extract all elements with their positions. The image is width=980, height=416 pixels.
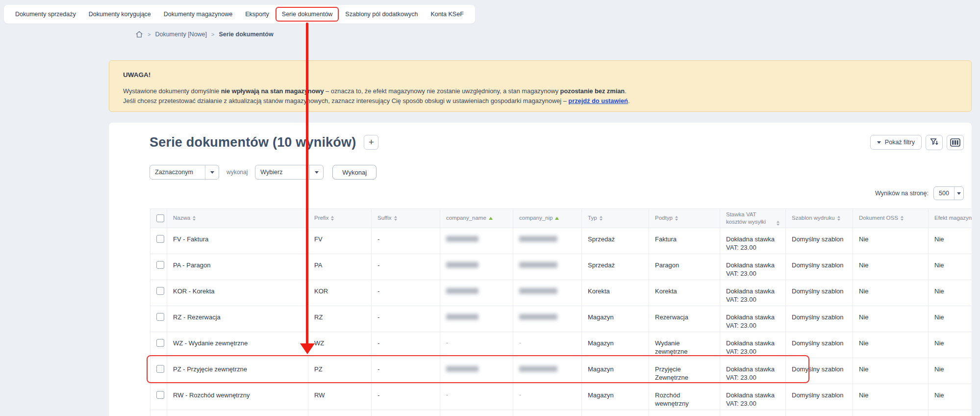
- filter-sort-button[interactable]: [926, 135, 943, 150]
- cell-prefix: RW: [308, 384, 372, 410]
- row-checkbox[interactable]: [156, 391, 164, 399]
- table-row-rw: RW - Rozchód wewnętrzny RW - - - Magazyn…: [151, 384, 972, 410]
- go-to-settings-link[interactable]: przejdź do ustawień: [568, 97, 628, 104]
- cell-efekt: Nie: [929, 280, 972, 306]
- select-all-checkbox[interactable]: [156, 214, 164, 222]
- cell-oss: Nie: [853, 228, 929, 254]
- cell-nazwa: RZ - Rezerwacja: [167, 306, 308, 332]
- cell-company-nip: -: [513, 384, 582, 410]
- cell-nazwa: WZ - Wydanie zewnętrzne: [167, 332, 308, 358]
- header-efekt-magazynowy[interactable]: Efekt magazynowy: [929, 209, 972, 228]
- cell-stawka-vat: Dokładna stawka VAT: 23.00: [720, 332, 786, 358]
- columns-settings-button[interactable]: [947, 135, 964, 150]
- series-table: Nazwa Prefix Suffix company_name company…: [150, 208, 972, 416]
- breadcrumb-separator: >: [148, 31, 151, 37]
- row-checkbox[interactable]: [156, 235, 164, 243]
- header-typ[interactable]: Typ: [582, 209, 649, 228]
- cell-podtyp: Rezerwacja: [649, 306, 720, 332]
- execute-button[interactable]: Wykonaj: [332, 165, 377, 180]
- warning-title: UWAGA!: [123, 70, 957, 80]
- cell-stawka-vat: Dokładna stawka VAT: 23.00: [720, 254, 786, 280]
- bulk-action-select[interactable]: Wybierz: [255, 165, 324, 180]
- cell-company-name: -: [440, 332, 513, 358]
- columns-icon: [950, 138, 960, 147]
- cell-suffix: -: [372, 358, 440, 384]
- header-stawka-vat[interactable]: Stawka VAT kosztów wysyłki: [720, 209, 786, 228]
- cell-podtyp: Wydanie zewnętrzne: [649, 332, 720, 358]
- add-series-button[interactable]: +: [364, 135, 378, 150]
- cell-prefix: PA: [308, 254, 372, 280]
- cell-typ: Sprzedaż: [582, 228, 649, 254]
- chevron-down-icon: [877, 141, 881, 144]
- breadcrumb-item-serie-dokumentow: Serie dokumentów: [219, 31, 273, 38]
- cell-company-name-redacted: [440, 280, 513, 306]
- tab-szablony-pol-dodatkowych[interactable]: Szablony pól dodatkowych: [339, 7, 424, 22]
- cell-efekt: Nie: [929, 358, 972, 384]
- cell-prefix: WZ: [308, 332, 372, 358]
- table-row-kor: KOR - Korekta KOR - Korekta Korekta Dokł…: [151, 280, 972, 306]
- cell-szablon: Domyślny szablon: [786, 228, 853, 254]
- cell-podtyp: Przyjęcie Zewnętrzne: [649, 358, 720, 384]
- row-checkbox[interactable]: [156, 287, 164, 295]
- cell-company-name: -: [440, 384, 513, 410]
- tab-dokumenty-sprzedazy[interactable]: Dokumenty sprzedaży: [9, 7, 82, 22]
- header-szablon-wydruku[interactable]: Szablon wydruku: [786, 209, 853, 228]
- cell-oss: Nie: [853, 332, 929, 358]
- cell-szablon: Domyślny szablon: [786, 280, 853, 306]
- cell-oss: Nie: [853, 254, 929, 280]
- cell-oss: Nie: [853, 280, 929, 306]
- header-company-nip[interactable]: company_nip: [513, 209, 582, 228]
- cell-typ: Magazyn: [582, 332, 649, 358]
- header-company-name[interactable]: company_name: [440, 209, 513, 228]
- header-dokument-oss[interactable]: Dokument OSS: [853, 209, 929, 228]
- cell-nazwa: FV - Faktura: [167, 228, 308, 254]
- tab-dokumenty-magazynowe[interactable]: Dokumenty magazynowe: [157, 7, 239, 22]
- filter-sort-icon: [930, 137, 939, 147]
- cell-efekt: Nie: [929, 384, 972, 410]
- cell-typ: [582, 410, 649, 416]
- cell-typ: Magazyn: [582, 358, 649, 384]
- chevron-down-icon: [210, 171, 214, 174]
- cell-company-nip: [513, 410, 582, 416]
- cell-company-name-redacted: [440, 306, 513, 332]
- cell-suffix: -: [372, 228, 440, 254]
- home-icon[interactable]: [135, 30, 143, 38]
- tab-eksporty[interactable]: Eksporty: [239, 7, 276, 22]
- cell-efekt: Nie: [929, 228, 972, 254]
- cell-company-name: [440, 410, 513, 416]
- per-page-select[interactable]: 500: [933, 186, 964, 200]
- table-row-pa: PA - Paragon PA - Sprzedaż Paragon Dokła…: [151, 254, 972, 280]
- cell-suffix: -: [372, 332, 440, 358]
- header-suffix[interactable]: Suffix: [372, 209, 440, 228]
- cell-company-nip-redacted: [513, 254, 582, 280]
- row-checkbox[interactable]: [156, 365, 164, 373]
- header-prefix[interactable]: Prefix: [308, 209, 372, 228]
- header-podtyp[interactable]: Podtyp: [649, 209, 720, 228]
- tab-serie-dokumentow[interactable]: Serie dokumentów: [276, 7, 339, 22]
- cell-stawka-vat: [720, 410, 786, 416]
- chevron-down-icon: [957, 192, 961, 195]
- cell-podtyp: Korekta: [649, 280, 720, 306]
- breadcrumb-item-dokumenty-nowe[interactable]: Dokumenty [Nowe]: [155, 31, 207, 38]
- cell-stawka-vat: Dokładna stawka VAT: 23.00: [720, 228, 786, 254]
- cell-prefix: KOR: [308, 280, 372, 306]
- bulk-target-select[interactable]: Zaznaczonym: [150, 165, 219, 180]
- bulk-connector-label: wykonaj: [226, 169, 248, 176]
- cell-suffix: -: [372, 306, 440, 332]
- select-all-header: [151, 209, 167, 228]
- tab-dokumenty-korygujace[interactable]: Dokumenty korygujące: [82, 7, 157, 22]
- row-checkbox[interactable]: [156, 339, 164, 347]
- show-filters-button[interactable]: Pokaż filtry: [870, 135, 922, 150]
- table-row-rz: RZ - Rezerwacja RZ - Magazyn Rezerwacja …: [151, 306, 972, 332]
- cell-podtyp: Paragon: [649, 254, 720, 280]
- cell-typ: Magazyn: [582, 384, 649, 410]
- row-checkbox[interactable]: [156, 313, 164, 321]
- table-row-fv: FV - Faktura FV - Sprzedaż Faktura Dokła…: [151, 228, 972, 254]
- cell-nazwa: RW - Rozchód wewnętrzny: [167, 384, 308, 410]
- row-checkbox[interactable]: [156, 261, 164, 269]
- tab-konta-ksef[interactable]: Konta KSeF: [424, 7, 470, 22]
- header-nazwa[interactable]: Nazwa: [167, 209, 308, 228]
- warning-line-1: Wystawione dokumenty domyślnie nie wpływ…: [123, 86, 957, 96]
- cell-suffix: -: [372, 280, 440, 306]
- document-series-card: Serie dokumentów (10 wyników) + Pokaż fi…: [109, 123, 972, 416]
